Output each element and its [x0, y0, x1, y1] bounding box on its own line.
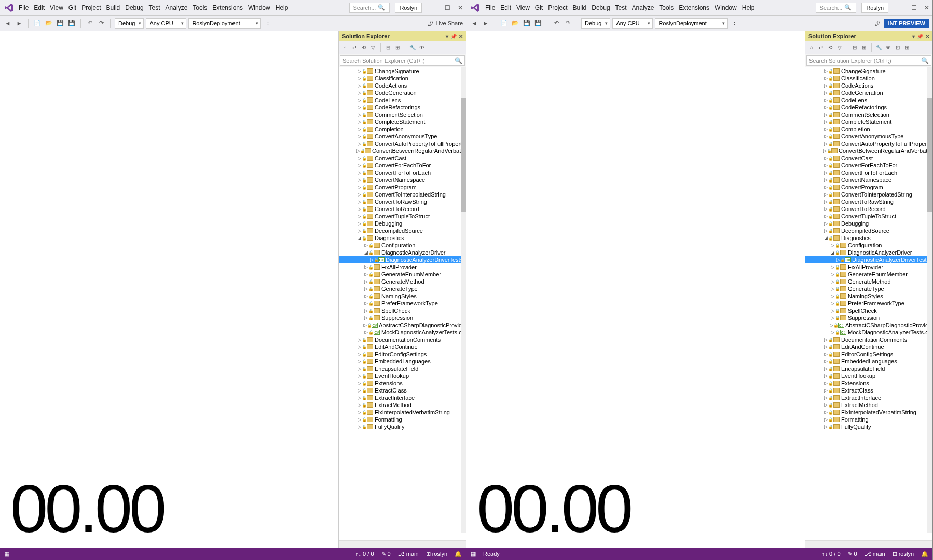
expand-icon[interactable]: ▷	[823, 381, 828, 386]
expand-icon[interactable]: ▷	[830, 286, 835, 291]
folder-item[interactable]: ▷🔒FixInterpolatedVerbatimString	[339, 409, 466, 416]
sb-arrows-icon[interactable]: ↑↓ 0 / 0	[355, 551, 374, 557]
expand-icon[interactable]: ▷	[356, 221, 362, 226]
undo-icon[interactable]: ↶	[85, 19, 94, 28]
se-close-icon[interactable]: ✕	[925, 34, 929, 39]
expand-icon[interactable]: ▷	[830, 293, 835, 299]
expand-icon[interactable]: ▷	[823, 424, 828, 429]
saveall-icon[interactable]: 💾	[67, 19, 76, 28]
se-filter-icon[interactable]: ▽	[369, 43, 377, 51]
expand-icon[interactable]: ▷	[823, 68, 828, 74]
folder-item[interactable]: ▷🔒DocumentationComments	[805, 336, 932, 343]
folder-item[interactable]: ▷🔒EmbeddedLanguages	[805, 358, 932, 365]
solution-name-box[interactable]: Roslyn	[395, 3, 422, 13]
save-icon[interactable]: 💾	[56, 19, 65, 28]
folder-item[interactable]: ▷🔒DecompiledSource	[805, 227, 932, 234]
expand-icon[interactable]: ▷	[363, 308, 368, 313]
sb-repo-icon[interactable]: ⊞ roslyn	[893, 551, 914, 557]
expand-icon[interactable]: ▷	[356, 192, 362, 197]
expand-icon[interactable]: ▷	[356, 177, 362, 183]
folder-item[interactable]: ▷🔒EventHookup	[805, 372, 932, 380]
folder-item[interactable]: ▷🔒ConvertProgram	[339, 184, 466, 191]
folder-item[interactable]: ▷🔒Suppression	[339, 314, 466, 321]
folder-item[interactable]: ▷🔒ExtractClass	[339, 387, 466, 394]
expand-icon[interactable]: ▷	[356, 163, 362, 168]
expand-icon[interactable]: ▷	[356, 366, 362, 371]
sb-pencil-icon[interactable]: ✎ 0	[381, 551, 391, 557]
menu-project[interactable]: Project	[548, 4, 567, 11]
expand-icon[interactable]: ▷	[356, 156, 362, 161]
expand-icon[interactable]: ▷	[830, 264, 835, 270]
expand-icon[interactable]: ▷	[363, 330, 368, 335]
nav-back-icon[interactable]: ◄	[3, 19, 12, 28]
folder-item[interactable]: ▷🔒Configuration	[805, 242, 932, 249]
se-properties-icon[interactable]: 🔧	[408, 43, 417, 51]
expand-icon[interactable]: ▷	[823, 185, 828, 190]
folder-item[interactable]: ▷🔒ConvertAutoPropertyToFullProperty	[805, 140, 932, 147]
file-item[interactable]: ▷🔒C#MockDiagnosticAnalyzerTests.cs	[805, 329, 932, 336]
folder-item[interactable]: ▷🔒Formatting	[339, 416, 466, 423]
expand-icon[interactable]: ▷	[356, 83, 362, 88]
expand-icon[interactable]: ▷	[356, 337, 362, 342]
new-icon[interactable]: 📄	[33, 19, 42, 28]
expand-icon[interactable]: ▷	[356, 381, 362, 386]
folder-item[interactable]: ▷🔒CodeGeneration	[339, 89, 466, 96]
folder-item[interactable]: ▷🔒GenerateEnumMember	[339, 271, 466, 278]
expand-icon[interactable]: ▷	[356, 388, 362, 393]
sb-bell-icon[interactable]: 🔔	[455, 551, 462, 557]
folder-item[interactable]: ▷🔒ConvertToInterpolatedString	[339, 191, 466, 198]
new-icon[interactable]: 📄	[499, 19, 509, 28]
menu-view[interactable]: View	[50, 4, 63, 11]
expand-icon[interactable]: ▷	[830, 243, 835, 248]
sb-repo-icon[interactable]: ⊞ roslyn	[426, 551, 447, 557]
se-sync-icon[interactable]: ⟲	[826, 43, 834, 51]
expand-icon[interactable]: ◢	[823, 235, 828, 241]
folder-item[interactable]: ▷🔒Formatting	[805, 416, 932, 423]
expand-icon[interactable]: ▷	[356, 105, 362, 110]
menu-test[interactable]: Test	[149, 4, 160, 11]
folder-item[interactable]: ▷🔒ConvertBetweenRegularAndVerbatimString	[805, 147, 932, 155]
expand-icon[interactable]: ▷	[823, 417, 828, 422]
file-item[interactable]: ▷🔒C#MockDiagnosticAnalyzerTests.cs	[339, 329, 466, 336]
menu-tools[interactable]: Tools	[659, 4, 674, 11]
folder-item[interactable]: ▷🔒EditAndContinue	[805, 343, 932, 351]
folder-item[interactable]: ▷🔒ExtractInterface	[805, 394, 932, 401]
se-extra1-icon[interactable]: ⊡	[894, 43, 902, 51]
folder-item[interactable]: ▷🔒CodeGeneration	[805, 89, 932, 96]
config-combo[interactable]: Debug	[581, 18, 610, 29]
expand-icon[interactable]: ▷	[823, 221, 828, 226]
se-dropdown-icon[interactable]: ▾	[446, 34, 448, 39]
menu-debug[interactable]: Debug	[592, 4, 610, 11]
folder-item[interactable]: ▷🔒GenerateMethod	[805, 278, 932, 285]
expand-icon[interactable]: ◢	[356, 235, 362, 241]
expand-icon[interactable]: ▷	[363, 264, 368, 270]
sb-bell-icon[interactable]: 🔔	[921, 551, 928, 557]
expand-icon[interactable]: ▷	[356, 352, 362, 357]
folder-item[interactable]: ▷🔒EditorConfigSettings	[339, 351, 466, 358]
expand-icon[interactable]: ▷	[356, 359, 362, 364]
folder-item[interactable]: ▷🔒Debugging	[805, 220, 932, 227]
folder-item[interactable]: ▷🔒Classification	[339, 75, 466, 82]
expand-icon[interactable]: ▷	[823, 134, 828, 139]
se-pin-icon[interactable]: 📌	[450, 34, 457, 39]
sb-tasks-icon[interactable]: ▦	[471, 551, 476, 557]
folder-item[interactable]: ▷🔒ConvertAnonymousType	[339, 133, 466, 140]
expand-icon[interactable]: ▷	[356, 402, 362, 408]
folder-item[interactable]: ▷🔒ConvertNamespace	[339, 176, 466, 184]
folder-item[interactable]: ▷🔒DecompiledSource	[339, 227, 466, 234]
target-combo[interactable]: RoslynDeployment	[188, 18, 261, 29]
target-combo[interactable]: RoslynDeployment	[655, 18, 728, 29]
close-icon[interactable]: ✕	[924, 4, 929, 11]
solution-tree[interactable]: ▷🔒ChangeSignature▷🔒Classification▷🔒CodeA…	[805, 67, 932, 540]
expand-icon[interactable]: ▷	[363, 315, 368, 320]
folder-item[interactable]: ▷🔒ConvertForEachToFor	[339, 162, 466, 169]
expand-icon[interactable]: ▷	[823, 170, 828, 175]
folder-item[interactable]: ▷🔒CommentSelection	[805, 111, 932, 118]
folder-item[interactable]: ▷🔒CodeRefactorings	[339, 104, 466, 111]
se-collapse-icon[interactable]: ⊟	[850, 43, 859, 51]
folder-item[interactable]: ▷🔒FixAllProvider	[339, 263, 466, 271]
expand-icon[interactable]: ▷	[363, 286, 368, 291]
folder-item[interactable]: ▷🔒ConvertCast	[805, 155, 932, 162]
open-icon[interactable]: 📂	[511, 19, 520, 28]
expand-icon[interactable]: ▷	[356, 199, 362, 204]
